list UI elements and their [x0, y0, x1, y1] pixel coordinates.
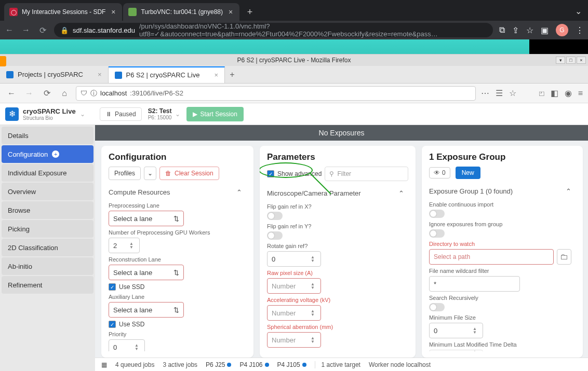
- stepper-icon[interactable]: ▲▼: [133, 343, 140, 351]
- num-gpu-input[interactable]: 2▲▼: [109, 238, 140, 253]
- session-status-pill[interactable]: ⏸ Paused: [100, 107, 142, 121]
- lock-icon: 🔒: [60, 26, 69, 34]
- stepper-icon[interactable]: ▲▼: [128, 242, 135, 249]
- close-icon[interactable]: ×: [577, 57, 586, 64]
- flip-y-toggle[interactable]: [267, 231, 283, 240]
- profile-avatar[interactable]: G: [556, 24, 568, 36]
- chrome-tab-2[interactable]: TurboVNC: tur004:1 (gnye88) ×: [123, 3, 239, 21]
- sidebar-item-configuration[interactable]: Configuration +: [2, 145, 93, 163]
- sidebar-item-overview[interactable]: Overview: [2, 183, 93, 200]
- preprocessing-lane-select[interactable]: Select a lane⇅: [109, 211, 184, 226]
- new-tab-button[interactable]: +: [243, 5, 257, 19]
- use-ssd-checkbox-1[interactable]: ✓ Use SSD: [109, 283, 242, 291]
- priority-label: Priority: [109, 331, 242, 337]
- install-icon[interactable]: ⧉: [499, 25, 505, 35]
- reload-button[interactable]: ⟳: [41, 87, 53, 100]
- firefox-tab-1[interactable]: Projects | cryoSPARC ×: [0, 66, 109, 83]
- reload-button[interactable]: ⟳: [37, 25, 48, 35]
- spherical-ab-label: Spherical aberration (mm): [267, 324, 404, 330]
- profiles-button[interactable]: Profiles: [109, 167, 141, 180]
- sidebar-item-details[interactable]: Details: [2, 127, 93, 144]
- share-icon[interactable]: ⇪: [512, 25, 519, 35]
- filter-input[interactable]: ⚲ Filter: [325, 167, 408, 181]
- min-file-size-input[interactable]: 0▲▼: [429, 323, 483, 338]
- continuous-import-toggle[interactable]: [429, 210, 445, 218]
- hamburger-menu-icon[interactable]: ≡: [578, 89, 583, 98]
- accel-voltage-input[interactable]: Number▲▼: [267, 305, 321, 321]
- url-domain: sdf.slac.stanford.edu: [73, 26, 135, 34]
- chevron-down-icon[interactable]: ⌄: [175, 111, 180, 118]
- chrome-tab-1[interactable]: ◯ My Interactive Sessions - SDF ×: [4, 3, 122, 21]
- profiles-dropdown[interactable]: ⌄: [144, 167, 156, 180]
- accel-voltage-label: Accelerating voltage (kV): [267, 297, 404, 303]
- sidebar-item-browse[interactable]: Browse: [2, 201, 93, 219]
- firefox-new-tab[interactable]: +: [225, 70, 239, 79]
- chevron-down-icon[interactable]: ⌄: [80, 111, 85, 118]
- close-icon[interactable]: ×: [214, 71, 218, 79]
- library-icon[interactable]: ⏍: [539, 89, 544, 98]
- clear-session-button[interactable]: 🗑 Clear Session: [159, 167, 219, 180]
- sidebar-item-refinement[interactable]: Refinement: [2, 276, 93, 294]
- firefox-address-bar[interactable]: 🛡 ⓘ localhost:39106/live/P6-S2: [76, 86, 476, 101]
- spherical-ab-input[interactable]: Number▲▼: [267, 332, 321, 348]
- reader-icon[interactable]: ☰: [496, 88, 503, 98]
- show-advanced-checkbox[interactable]: ✓ Show advanced: [267, 170, 322, 177]
- exposure-group-header[interactable]: Exposure Group 1 (0 found) ⌃: [429, 184, 571, 198]
- extensions-icon[interactable]: ▣: [541, 25, 549, 35]
- account-icon[interactable]: ◉: [565, 88, 572, 98]
- aux-lane-select[interactable]: Select a lane⇅: [109, 302, 184, 318]
- job-chip[interactable]: P4 J106: [239, 361, 269, 368]
- min-modified-delta-input[interactable]: ▲▼: [429, 350, 483, 351]
- stepper-icon[interactable]: ▲▼: [309, 255, 316, 263]
- stepper-icon[interactable]: ▲▼: [309, 336, 316, 343]
- kebab-menu-icon[interactable]: ⋮: [576, 25, 584, 35]
- sidebar-item-2d-classification[interactable]: 2D Classification: [2, 239, 93, 256]
- wildcard-input[interactable]: *: [429, 276, 520, 292]
- chrome-address-bar[interactable]: 🔒 sdf.slac.stanford.edu/pun/sys/dashboar…: [54, 23, 493, 37]
- close-icon[interactable]: ×: [98, 71, 102, 78]
- chevron-down-icon[interactable]: ⌄: [575, 6, 582, 16]
- ignore-exposures-toggle[interactable]: [429, 229, 445, 238]
- star-icon[interactable]: ☆: [526, 25, 533, 35]
- more-icon[interactable]: ⋯: [481, 88, 489, 98]
- back-button[interactable]: ←: [4, 25, 15, 35]
- new-group-button[interactable]: New: [456, 167, 480, 179]
- stepper-icon[interactable]: ▲▼: [309, 309, 316, 317]
- sidebar-label: Configuration: [8, 150, 48, 158]
- star-icon[interactable]: ☆: [509, 88, 516, 98]
- sidebar-item-individual-exposure[interactable]: Individual Exposure: [2, 164, 93, 182]
- sidebar-icon[interactable]: ◧: [551, 88, 558, 98]
- flip-x-toggle[interactable]: [267, 212, 283, 220]
- rotate-input[interactable]: 0▲▼: [267, 251, 321, 267]
- forward-button[interactable]: →: [21, 25, 31, 35]
- raw-pixel-input[interactable]: Number▲▼: [267, 278, 321, 294]
- home-button[interactable]: ⌂: [58, 87, 71, 100]
- stepper-icon[interactable]: ▲▼: [471, 350, 478, 351]
- search-recursive-toggle[interactable]: [429, 303, 445, 311]
- firefox-tab-2[interactable]: P6 S2 | cryoSPARC Live ×: [109, 66, 225, 83]
- job-chip[interactable]: P6 J25: [206, 361, 231, 368]
- stepper-icon[interactable]: ▲▼: [309, 282, 316, 290]
- active-jobs: 3 active jobs: [163, 361, 197, 368]
- firefox-toolbar: ← → ⟳ ⌂ 🛡 ⓘ localhost:39106/live/P6-S2 ⋯…: [0, 84, 588, 103]
- cryosparc-app: ❄ cryoSPARC Live Structura Bio ⌄ ⏸ Pause…: [0, 103, 588, 371]
- visibility-badge[interactable]: 👁 0: [429, 167, 450, 178]
- browse-folder-button[interactable]: 🗀: [557, 249, 571, 265]
- maximize-icon[interactable]: □: [566, 57, 576, 64]
- job-chip[interactable]: P4 J105: [277, 361, 306, 368]
- microscope-section-header[interactable]: Microscope/Camera Parameter ⌃: [267, 186, 404, 200]
- sidebar-item-picking[interactable]: Picking: [2, 220, 93, 238]
- use-ssd-checkbox-2[interactable]: ✓ Use SSD: [109, 321, 242, 328]
- compute-resources-header[interactable]: Compute Resources ⌃: [109, 185, 242, 199]
- app-header: ❄ cryoSPARC Live Structura Bio ⌄ ⏸ Pause…: [0, 103, 588, 125]
- minimize-icon[interactable]: ▾: [556, 57, 565, 64]
- start-session-button[interactable]: ▶ Start Session: [186, 107, 244, 121]
- stepper-icon[interactable]: ▲▼: [471, 327, 478, 334]
- sidebar-item-ab-initio[interactable]: Ab-initio: [2, 257, 93, 275]
- directory-path-input[interactable]: Select a path: [429, 249, 554, 265]
- close-icon[interactable]: ×: [227, 8, 234, 16]
- priority-input[interactable]: 0▲▼: [109, 339, 145, 351]
- back-button[interactable]: ←: [5, 87, 18, 100]
- recon-lane-select[interactable]: Select a lane⇅: [109, 265, 184, 280]
- close-icon[interactable]: ×: [110, 8, 117, 16]
